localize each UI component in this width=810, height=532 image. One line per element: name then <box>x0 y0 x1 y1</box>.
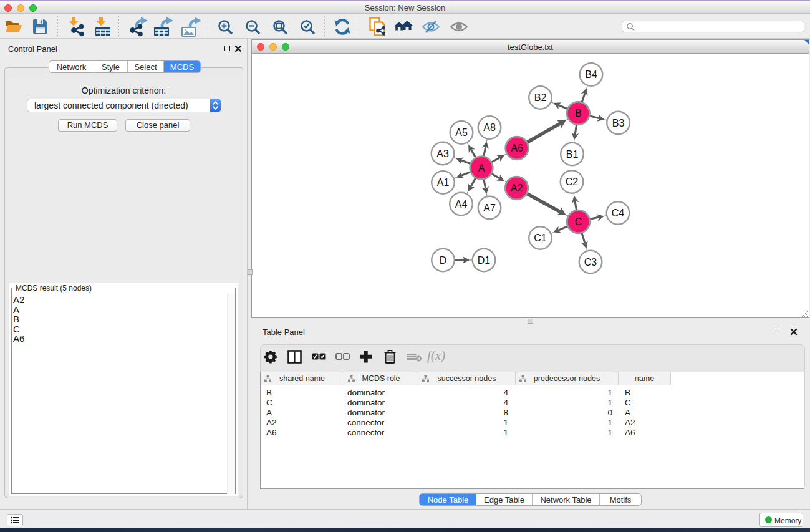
svg-text:A6: A6 <box>511 143 523 153</box>
svg-text:A7: A7 <box>483 203 496 213</box>
svg-text:A1: A1 <box>437 177 450 188</box>
svg-text:C: C <box>575 216 582 227</box>
svg-text:B2: B2 <box>534 92 547 103</box>
svg-text:C3: C3 <box>584 257 597 268</box>
svg-text:C2: C2 <box>566 177 579 187</box>
svg-text:B1: B1 <box>566 149 579 160</box>
svg-text:B4: B4 <box>585 69 597 80</box>
svg-text:A2: A2 <box>511 183 523 193</box>
svg-text:C4: C4 <box>612 208 625 218</box>
svg-text:A: A <box>478 163 485 173</box>
svg-text:A8: A8 <box>483 122 496 133</box>
svg-text:A5: A5 <box>455 127 468 138</box>
svg-text:D: D <box>440 255 447 266</box>
svg-text:B3: B3 <box>612 118 625 128</box>
svg-text:D1: D1 <box>478 255 491 266</box>
svg-text:C1: C1 <box>534 233 547 243</box>
svg-text:B: B <box>575 108 582 118</box>
svg-text:A3: A3 <box>436 148 449 159</box>
svg-text:A4: A4 <box>455 199 468 210</box>
